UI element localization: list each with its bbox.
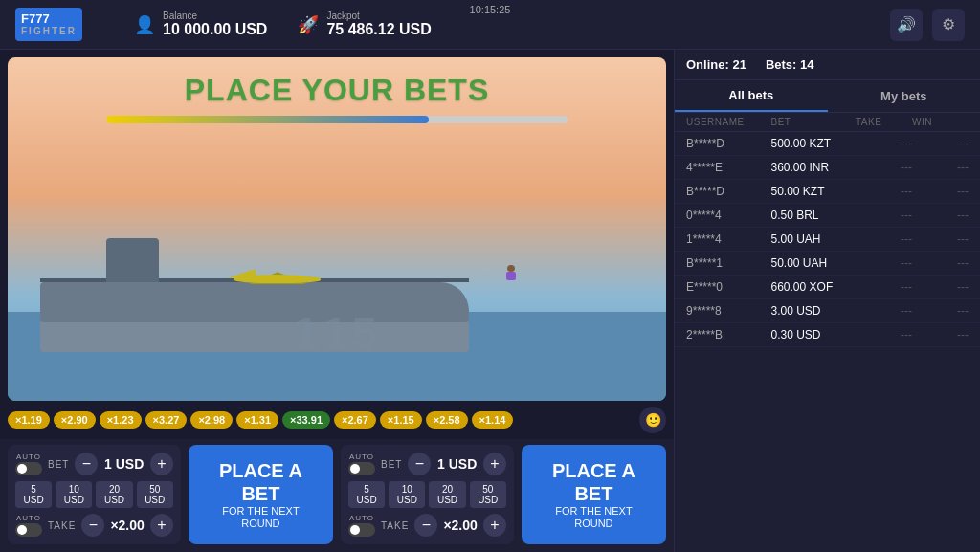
logo-line2: FIGHTER — [21, 26, 77, 37]
toggle-take-right[interactable] — [348, 523, 375, 537]
logo: F777 FIGHTER — [15, 8, 111, 42]
auto-label-right: AUTO — [349, 453, 374, 461]
online-bar: Online: 21 Bets: 14 — [675, 50, 980, 80]
increase-take-left[interactable]: + — [150, 514, 173, 537]
progress-bar-fill — [106, 116, 429, 123]
row-username: 1*****4 — [686, 232, 771, 246]
bets-count-value: 14 — [800, 57, 813, 72]
row-username: B*****D — [686, 185, 771, 198]
multiplier-badge-2[interactable]: ×1.23 — [100, 411, 142, 429]
toggle-switch-right[interactable] — [348, 462, 375, 475]
quick-bet-left-3[interactable]: 50 USD — [137, 481, 173, 508]
progress-bar-container — [106, 116, 568, 123]
place-bet-sub-right: FOR THE NEXT ROUND — [541, 505, 647, 530]
quick-bet-left-0[interactable]: 5 USD — [15, 481, 52, 508]
toggle-switch-left[interactable] — [15, 462, 42, 475]
user-icon: 👤 — [134, 14, 155, 35]
balance-stat: 👤 Balance 10 000.00 USD — [134, 11, 267, 38]
row-bet: 660.00 XOF — [771, 280, 857, 294]
increase-bet-right[interactable]: + — [483, 453, 506, 475]
tab-row: All bets My bets — [675, 80, 980, 113]
ground-figure — [501, 265, 522, 283]
take-amount-row-left: − ×2.00 + — [81, 514, 172, 537]
multiplier-badge-4[interactable]: ×2.98 — [190, 411, 233, 429]
carrier-scene — [8, 178, 666, 401]
take-label-left: TAKE — [48, 520, 76, 531]
bet-amount-row-left: − 1 USD + — [75, 453, 172, 475]
settings-button[interactable]: ⚙ — [932, 9, 965, 41]
multiplier-badge-1[interactable]: ×2.90 — [54, 411, 96, 429]
multiplier-badge-5[interactable]: ×1.31 — [236, 411, 278, 429]
multiplier-badge-3[interactable]: ×3.27 — [145, 411, 188, 429]
multiplier-badge-9[interactable]: ×2.58 — [426, 411, 468, 429]
tab-all-bets[interactable]: All bets — [675, 80, 828, 112]
multiplier-badge-0[interactable]: ×1.19 — [8, 411, 50, 429]
row-win: --- — [912, 137, 969, 150]
quick-bet-right-0[interactable]: 5 USD — [348, 481, 385, 508]
row-bet: 0.50 BRL — [771, 209, 857, 222]
row-take: --- — [856, 304, 912, 318]
quick-bet-right-3[interactable]: 50 USD — [470, 481, 506, 508]
bet-controls: AUTO BET − 1 USD + 5 USD10 USD20 USD50 U… — [0, 439, 674, 552]
row-bet: 500.00 KZT — [771, 137, 857, 150]
auto-take-toggle-left[interactable]: AUTO — [15, 514, 42, 537]
row-bet: 5.00 UAH — [771, 232, 857, 246]
quick-bet-right-1[interactable]: 10 USD — [389, 481, 425, 508]
quick-bet-left-1[interactable]: 10 USD — [56, 481, 92, 508]
take-value-left: ×2.00 — [110, 518, 144, 533]
jackpot-info: Jackpot 75 486.12 USD — [326, 11, 431, 38]
table-row: E*****0 660.00 XOF --- --- — [675, 276, 980, 299]
right-panel: Online: 21 Bets: 14 All bets My bets USE… — [674, 50, 980, 552]
auto-toggle-right[interactable]: AUTO — [348, 453, 375, 475]
airplane — [205, 262, 349, 294]
row-take: --- — [856, 256, 912, 270]
multiplier-badge-6[interactable]: ×33.91 — [282, 411, 330, 429]
col-header-take: TAKE — [856, 117, 912, 127]
take-row-right: AUTO TAKE − ×2.00 + — [348, 514, 506, 537]
place-bet-button-right[interactable]: PLACE A BET FOR THE NEXT ROUND — [522, 445, 666, 544]
increase-bet-left[interactable]: + — [150, 453, 173, 475]
header-right-buttons: 🔊 ⚙ — [890, 9, 965, 41]
row-take: --- — [856, 328, 912, 342]
row-take: --- — [856, 280, 912, 294]
place-bet-label-left: PLACE A BET — [219, 460, 302, 504]
row-username: 2*****B — [686, 328, 771, 342]
multiplier-badge-7[interactable]: ×2.67 — [334, 411, 376, 429]
online-stat: Online: 21 — [686, 57, 746, 72]
row-win: --- — [912, 280, 969, 294]
row-win: --- — [912, 328, 969, 342]
plane-body — [234, 275, 322, 282]
table-row: B*****1 50.00 UAH --- --- — [675, 252, 980, 276]
header-time: 10:15:25 — [470, 4, 511, 15]
table-row: B*****D 50.00 KZT --- --- — [675, 180, 980, 204]
auto-toggle-left[interactable]: AUTO — [15, 453, 42, 475]
place-bet-button-left[interactable]: PLACE A BET FOR THE NEXT ROUND — [189, 445, 333, 544]
online-label: Online: — [686, 57, 729, 72]
emoji-button[interactable]: 🙂 — [639, 407, 666, 433]
tab-my-bets[interactable]: My bets — [828, 80, 981, 112]
col-header-bet: BET — [771, 117, 857, 127]
bet-panel-left: AUTO BET − 1 USD + 5 USD10 USD20 USD50 U… — [8, 445, 181, 544]
increase-take-right[interactable]: + — [483, 514, 506, 537]
bets-table-header: USERNAMEBETTAKEWIN — [675, 113, 980, 132]
multiplier-badge-10[interactable]: ×1.14 — [472, 411, 514, 429]
toggle-take-left[interactable] — [15, 523, 42, 537]
col-header-username: USERNAME — [686, 117, 771, 127]
decrease-take-right[interactable]: − — [414, 514, 437, 537]
row-username: 4*****E — [686, 161, 771, 174]
carrier-body — [40, 320, 468, 352]
bets-count-label: Bets: — [766, 57, 797, 72]
row-bet: 50.00 KZT — [771, 185, 857, 198]
sound-button[interactable]: 🔊 — [890, 9, 923, 41]
decrease-bet-right[interactable]: − — [408, 453, 431, 475]
game-area: PLACE YOUR BETS — [0, 50, 674, 552]
place-bet-sub-left: FOR THE NEXT ROUND — [208, 505, 314, 530]
quick-bet-right-2[interactable]: 20 USD — [429, 481, 465, 508]
multiplier-badge-8[interactable]: ×1.15 — [380, 411, 422, 429]
header: F777 FIGHTER 10:15:25 👤 Balance 10 000.0… — [0, 0, 980, 50]
main-content: PLACE YOUR BETS — [0, 50, 980, 552]
auto-take-toggle-right[interactable]: AUTO — [348, 514, 375, 537]
decrease-bet-left[interactable]: − — [75, 453, 98, 475]
decrease-take-left[interactable]: − — [81, 514, 104, 537]
quick-bet-left-2[interactable]: 20 USD — [96, 481, 132, 508]
